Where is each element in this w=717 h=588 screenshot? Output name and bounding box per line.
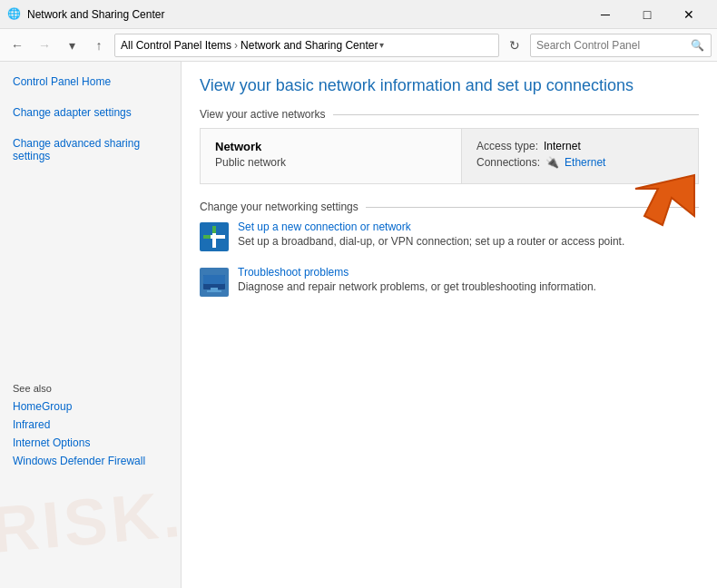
content-area: View your basic network information and … bbox=[182, 62, 717, 588]
recent-pages-button[interactable]: ▾ bbox=[60, 34, 83, 57]
access-type-label: Access type: bbox=[476, 140, 538, 152]
new-connection-item: Set up a new connection or network Set u… bbox=[200, 220, 699, 251]
address-bar: ← → ▾ ↑ All Control Panel Items › Networ… bbox=[0, 29, 717, 62]
up-button[interactable]: ↑ bbox=[87, 34, 111, 57]
sidebar-item-adapter[interactable]: Change adapter settings bbox=[0, 103, 181, 122]
new-connection-link[interactable]: Set up a new connection or network bbox=[238, 220, 624, 233]
sidebar: Control Panel Home Change adapter settin… bbox=[0, 62, 182, 588]
troubleshoot-icon bbox=[200, 268, 229, 297]
page-title: View your basic network information and … bbox=[200, 76, 699, 95]
close-button[interactable]: ✕ bbox=[668, 0, 710, 29]
sidebar-item-firewall[interactable]: Windows Defender Firewall bbox=[0, 452, 181, 470]
troubleshoot-text: Troubleshoot problems Diagnose and repai… bbox=[238, 266, 596, 293]
see-also-title: See also bbox=[0, 374, 181, 397]
search-box: 🔍 bbox=[530, 34, 712, 57]
sidebar-item-homegroup[interactable]: HomeGroup bbox=[0, 397, 181, 416]
svg-rect-10 bbox=[211, 288, 218, 290]
refresh-button[interactable]: ↻ bbox=[503, 34, 526, 57]
network-left-panel: Network Public network bbox=[201, 129, 462, 183]
ethernet-link[interactable]: Ethernet bbox=[565, 156, 605, 169]
watermark: RISK.COM bbox=[0, 462, 182, 567]
window-icon: 🌐 bbox=[7, 7, 22, 22]
window-title: Network and Sharing Center bbox=[27, 8, 584, 21]
svg-rect-9 bbox=[203, 275, 225, 284]
connections-row: Connections: 🔌 Ethernet bbox=[476, 156, 683, 169]
minimize-button[interactable]: ─ bbox=[584, 0, 626, 29]
maximize-button[interactable]: □ bbox=[626, 0, 668, 29]
breadcrumb-root[interactable]: All Control Panel Items bbox=[121, 39, 231, 52]
forward-button[interactable]: → bbox=[33, 34, 56, 57]
ethernet-icon: 🔌 bbox=[545, 156, 559, 169]
svg-rect-5 bbox=[203, 235, 211, 239]
search-input[interactable] bbox=[536, 39, 691, 52]
new-connection-icon bbox=[200, 222, 229, 251]
svg-rect-11 bbox=[207, 290, 221, 292]
sidebar-item-sharing[interactable]: Change advanced sharing settings bbox=[0, 134, 181, 165]
breadcrumb-separator: › bbox=[234, 39, 238, 52]
back-button[interactable]: ← bbox=[5, 34, 29, 57]
sidebar-item-internet-options[interactable]: Internet Options bbox=[0, 434, 181, 452]
network-info-box: Network Public network Access type: Inte… bbox=[200, 128, 699, 184]
breadcrumb-current: Network and Sharing Center bbox=[241, 39, 378, 52]
troubleshoot-link[interactable]: Troubleshoot problems bbox=[238, 266, 596, 279]
window-controls: ─ □ ✕ bbox=[584, 0, 710, 29]
network-type: Public network bbox=[215, 156, 447, 169]
network-name: Network bbox=[215, 140, 447, 153]
connections-label: Connections: bbox=[476, 156, 540, 169]
main-container: Control Panel Home Change adapter settin… bbox=[0, 62, 717, 588]
access-type-value: Internet bbox=[544, 140, 581, 152]
arrow-indicator bbox=[617, 171, 699, 266]
change-settings-header: Change your networking settings bbox=[200, 201, 699, 213]
access-type-row: Access type: Internet bbox=[476, 140, 683, 152]
sidebar-item-home[interactable]: Control Panel Home bbox=[0, 73, 181, 91]
troubleshoot-desc: Diagnose and repair network problems, or… bbox=[238, 280, 596, 293]
new-connection-text: Set up a new connection or network Set u… bbox=[238, 220, 624, 248]
svg-rect-6 bbox=[212, 226, 216, 233]
network-right-panel: Access type: Internet Connections: 🔌 Eth… bbox=[462, 129, 698, 183]
title-bar: 🌐 Network and Sharing Center ─ □ ✕ bbox=[0, 0, 717, 29]
address-path: All Control Panel Items › Network and Sh… bbox=[114, 34, 499, 57]
troubleshoot-item: Troubleshoot problems Diagnose and repai… bbox=[200, 266, 699, 297]
sidebar-item-infrared[interactable]: Infrared bbox=[0, 416, 181, 434]
search-icon[interactable]: 🔍 bbox=[691, 39, 704, 52]
active-networks-header: View your active networks bbox=[200, 108, 699, 121]
new-connection-desc: Set up a broadband, dial-up, or VPN conn… bbox=[238, 235, 624, 248]
address-dropdown-icon[interactable]: ▾ bbox=[379, 40, 384, 50]
